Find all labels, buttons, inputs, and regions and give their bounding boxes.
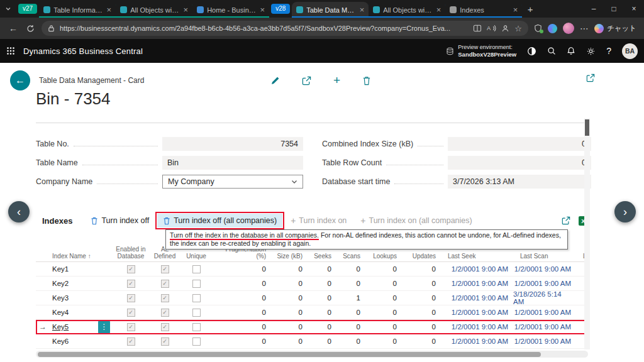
help-button[interactable]: ?: [606, 46, 611, 56]
column-header-updates[interactable]: Updates: [399, 253, 438, 260]
field-value-database_start_time[interactable]: 3/7/2026 3:13 AM: [448, 175, 591, 189]
cell-seeks[interactable]: 0: [305, 277, 334, 290]
table-row-key2[interactable]: Key2✓✓0000001/2/0001 9:00 AM1/2/0001 9:0…: [36, 277, 588, 291]
cell-last_seek[interactable]: 1/2/0001 9:00 AM: [438, 291, 511, 305]
field-value-company_name[interactable]: My Company: [162, 175, 303, 189]
horizontal-scrollbar-thumb[interactable]: [38, 352, 541, 357]
browser-tab-home-business-c[interactable]: Home - Business C×: [192, 2, 269, 18]
user-avatar[interactable]: BA: [622, 43, 638, 59]
close-button[interactable]: ×: [624, 0, 644, 18]
cell-enabled[interactable]: ✓: [113, 277, 149, 290]
action-turn-index-on[interactable]: +Turn index on: [285, 214, 352, 228]
cell-size_kb[interactable]: 0: [269, 262, 305, 276]
cell-updates[interactable]: 0: [399, 291, 438, 305]
cell-scans[interactable]: 0: [334, 277, 363, 290]
settings-gear-icon[interactable]: [586, 47, 596, 56]
cell-scans[interactable]: 0: [334, 305, 363, 319]
vertical-scrollbar[interactable]: [584, 118, 590, 349]
cell-fragmentation[interactable]: 0: [212, 291, 269, 305]
table-row-key6[interactable]: Key6✓✓0000001/2/0001 9:00 AM1/2/0001 9:0…: [36, 334, 588, 349]
cell-lookups[interactable]: 0: [363, 320, 399, 334]
breadcrumb[interactable]: Table Data Management - Card: [39, 76, 144, 85]
tab-close-icon[interactable]: ×: [513, 5, 518, 14]
app-title[interactable]: Dynamics 365 Business Central: [23, 47, 143, 56]
cell-unique[interactable]: [180, 334, 212, 348]
cell-enabled[interactable]: ✓: [113, 291, 149, 305]
cell-unique[interactable]: [180, 320, 212, 334]
tab-search-button[interactable]: [0, 0, 16, 18]
waffle-menu-icon[interactable]: [6, 47, 15, 55]
column-header-enabled[interactable]: Enabled in Database: [113, 246, 149, 260]
indexes-part-title[interactable]: Indexes: [42, 216, 72, 226]
edit-pencil-icon[interactable]: [270, 74, 280, 87]
previous-record-button[interactable]: ‹: [8, 201, 30, 222]
profile-in-url-icon[interactable]: [501, 25, 509, 33]
refresh-button[interactable]: [25, 25, 36, 33]
tab-group-badge[interactable]: v28: [271, 4, 290, 14]
table-row-key1[interactable]: Key1✓✓0000001/2/0001 9:00 AM1/2/0001 9:0…: [36, 262, 588, 277]
row-context-menu-button[interactable]: ⋮: [98, 321, 110, 334]
cell-updates[interactable]: 0: [399, 305, 438, 319]
cell-lookups[interactable]: 0: [363, 334, 399, 348]
extension-icon[interactable]: [548, 24, 557, 33]
tab-close-icon[interactable]: ×: [360, 5, 365, 14]
new-plus-icon[interactable]: +: [333, 74, 340, 87]
page-back-button[interactable]: ←: [10, 70, 30, 90]
cell-last_seek[interactable]: 1/2/0001 9:00 AM: [438, 334, 511, 348]
column-header-unique[interactable]: Unique: [180, 253, 212, 260]
cell-name[interactable]: Key6: [50, 334, 113, 348]
cell-name[interactable]: Key3: [50, 291, 113, 305]
column-header-lookups[interactable]: Lookups: [363, 253, 399, 260]
cell-seeks[interactable]: 0: [305, 305, 334, 319]
field-value-table_row_count[interactable]: 0: [448, 156, 591, 170]
tab-close-icon[interactable]: ×: [260, 5, 265, 14]
cell-last_scan[interactable]: 1/2/0001 9:00 AM: [511, 277, 574, 290]
cell-updates[interactable]: 0: [399, 277, 438, 290]
read-aloud-icon[interactable]: A: [487, 25, 496, 32]
column-header-name[interactable]: Index Name ↑: [50, 253, 113, 260]
action-turn-index-off[interactable]: Turn index off: [85, 214, 155, 228]
cell-updates[interactable]: 0: [399, 334, 438, 348]
cell-size_kb[interactable]: 0: [269, 291, 305, 305]
cell-unique[interactable]: [180, 262, 212, 276]
cell-size_kb[interactable]: 0: [269, 277, 305, 290]
cell-updates[interactable]: 0: [399, 262, 438, 276]
browser-tab-table-information[interactable]: Table Information×: [39, 2, 116, 18]
cell-seeks[interactable]: 0: [305, 262, 334, 276]
field-value-table_no[interactable]: 7354: [162, 137, 303, 151]
cell-unique[interactable]: [180, 277, 212, 290]
new-tab-button[interactable]: +: [522, 4, 538, 14]
tab-group-badge[interactable]: v27: [18, 4, 37, 14]
notifications-bell-icon[interactable]: [567, 47, 575, 55]
cell-name[interactable]: Key4: [50, 305, 113, 319]
browser-back-button[interactable]: ←: [8, 23, 19, 33]
browser-essentials-icon[interactable]: [534, 24, 542, 33]
cell-scans[interactable]: 0: [334, 320, 363, 334]
cell-lookups[interactable]: 0: [363, 305, 399, 319]
action-turn-index-off-all-companies[interactable]: Turn index off (all companies): [157, 214, 282, 228]
split-screen-icon[interactable]: [473, 25, 482, 32]
browser-tab-all-objects-with-ca[interactable]: All Objects with Ca×: [369, 2, 445, 18]
column-header-last_scan[interactable]: Last Scan: [511, 253, 574, 260]
cell-seeks[interactable]: 0: [305, 320, 334, 334]
next-record-button[interactable]: ›: [614, 201, 636, 222]
cell-fragmentation[interactable]: 0: [212, 262, 269, 276]
browser-profile-avatar[interactable]: [563, 23, 574, 34]
copilot-toggle-icon[interactable]: [527, 47, 536, 56]
cell-unique[interactable]: [180, 291, 212, 305]
cell-scans[interactable]: 0: [334, 334, 363, 348]
cell-name[interactable]: Key1: [50, 262, 113, 276]
cell-al_defined[interactable]: ✓: [149, 291, 180, 305]
cell-lookups[interactable]: 0: [363, 262, 399, 276]
open-in-new-window-icon[interactable]: [586, 74, 595, 82]
cell-enabled[interactable]: ✓: [113, 305, 149, 319]
field-value-table_name[interactable]: Bin: [162, 156, 303, 170]
table-row-key3[interactable]: Key3✓✓0001001/2/0001 9:00 AM3/18/2026 5:…: [36, 291, 588, 305]
column-header-scans[interactable]: Scans: [334, 253, 363, 260]
table-row-key5[interactable]: →Key5⋮✓✓0000001/2/0001 9:00 AM1/2/0001 9…: [36, 320, 588, 334]
cell-last_scan[interactable]: 1/2/0001 9:00 AM: [511, 334, 574, 348]
action-turn-index-on-all-companies[interactable]: +Turn index on (all companies): [355, 214, 477, 228]
cell-al_defined[interactable]: ✓: [149, 277, 180, 290]
column-header-seeks[interactable]: Seeks: [305, 253, 334, 260]
favorites-star-icon[interactable]: ☆: [514, 24, 522, 33]
